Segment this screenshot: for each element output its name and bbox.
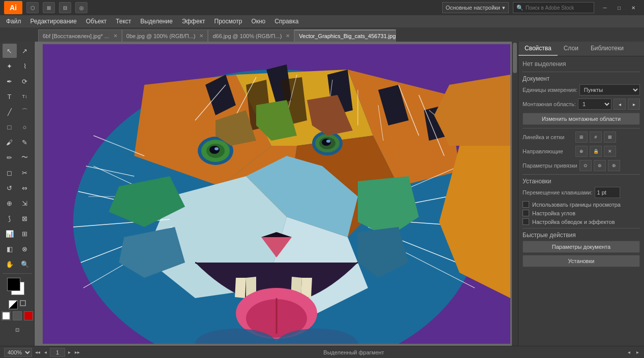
artwork-canvas[interactable] bbox=[43, 44, 510, 344]
tool-paintbrush[interactable]: 🖌 bbox=[3, 135, 17, 149]
tool-hand[interactable]: ✋ bbox=[3, 257, 17, 271]
workspace-selector[interactable]: Основные настройки ▾ bbox=[442, 2, 509, 13]
use-print-bounds-checkbox[interactable] bbox=[523, 201, 529, 208]
panel-tab-layers[interactable]: Слои bbox=[558, 42, 585, 56]
artboard-row: Монтажная область: 1 ◂ ▸ bbox=[523, 99, 640, 110]
foreground-swatch[interactable] bbox=[7, 278, 20, 291]
tool-mesh[interactable]: ⊞ bbox=[18, 226, 32, 241]
menu-help[interactable]: Справка bbox=[270, 17, 302, 26]
swap-colors-icon[interactable] bbox=[9, 300, 18, 309]
tool-text[interactable]: T bbox=[3, 89, 17, 104]
tab-0[interactable]: 6bf [Восстановлен].jpg* ... ✕ bbox=[38, 29, 122, 42]
artboard-next-button[interactable]: ▸ bbox=[628, 99, 640, 110]
snap-grid-btn[interactable]: ⊚ bbox=[594, 160, 606, 171]
none-color-icon[interactable] bbox=[20, 300, 26, 306]
fill-icon[interactable] bbox=[2, 311, 11, 320]
grid-icon-btn[interactable]: # bbox=[590, 132, 602, 143]
prev-btn[interactable]: ◂ bbox=[43, 349, 48, 355]
artboard-prev-button[interactable]: ◂ bbox=[614, 99, 626, 110]
tool-scissors[interactable]: ✂ bbox=[18, 166, 32, 180]
lock-guides-btn[interactable]: 🔒 bbox=[590, 146, 602, 157]
minimize-button[interactable]: ─ bbox=[598, 2, 611, 13]
clear-guides-btn[interactable]: ✕ bbox=[604, 146, 616, 157]
next-page-btn[interactable]: ▸▸ bbox=[74, 349, 81, 355]
tab-close-1[interactable]: ✕ bbox=[199, 33, 203, 39]
tool-pen[interactable]: ✒ bbox=[3, 74, 17, 88]
tab-1[interactable]: 0be.jpg @ 100% (RGB/П...) ✕ bbox=[122, 29, 208, 42]
vertical-scrollbar[interactable] bbox=[512, 42, 518, 346]
none-icon[interactable] bbox=[24, 311, 33, 320]
tool-touch-type[interactable]: T↕ bbox=[18, 89, 32, 104]
tool-width[interactable]: ⊠ bbox=[18, 211, 32, 225]
bridge-icon[interactable]: ◎ bbox=[75, 2, 87, 13]
tool-zoom[interactable]: 🔍 bbox=[18, 257, 32, 271]
tab-3[interactable]: Vector_Graphics_Big_cats_456731.jpg @ 40… bbox=[294, 29, 396, 42]
tool-graph[interactable]: 📊 bbox=[3, 226, 17, 241]
tool-ellipse[interactable]: ○ bbox=[18, 120, 32, 134]
tool-smooth[interactable]: 〜 bbox=[18, 150, 32, 165]
tool-rotate[interactable]: ↺ bbox=[3, 181, 17, 195]
corner-widget-checkbox[interactable] bbox=[523, 210, 529, 216]
maximize-button[interactable]: □ bbox=[612, 2, 626, 13]
vertical-scroll-thumb[interactable] bbox=[513, 43, 517, 73]
tab-close-2[interactable]: ✕ bbox=[286, 33, 290, 39]
next-btn[interactable]: ▸ bbox=[67, 349, 72, 355]
change-screen-mode[interactable]: ⊡ bbox=[10, 322, 24, 337]
svg-point-21 bbox=[214, 147, 219, 150]
doc-settings-button[interactable]: Параметры документа bbox=[523, 241, 640, 253]
tool-reshape[interactable]: ⇲ bbox=[18, 196, 32, 210]
gradient-icon[interactable] bbox=[13, 311, 22, 320]
tool-line[interactable]: ╱ bbox=[3, 105, 17, 119]
page-input[interactable] bbox=[50, 348, 65, 357]
tool-direct-select[interactable]: ↗ bbox=[18, 44, 32, 58]
search-box[interactable]: 🔍 Поиск в Adobe Stock bbox=[513, 2, 594, 13]
snap-pixel-btn[interactable]: ⊛ bbox=[608, 160, 620, 171]
tool-reflect[interactable]: ⇔ bbox=[18, 181, 32, 195]
tool-lasso[interactable]: ⌇ bbox=[18, 59, 32, 73]
canvas-area[interactable] bbox=[35, 42, 518, 346]
arrange-icon[interactable]: ⊞ bbox=[43, 2, 55, 13]
pixel-grid-icon-btn[interactable]: ⊠ bbox=[604, 132, 616, 143]
menu-window[interactable]: Окно bbox=[247, 17, 269, 26]
status-prev-btn[interactable]: ◂ bbox=[627, 349, 631, 355]
close-button[interactable]: ✕ bbox=[627, 2, 640, 13]
status-next-btn[interactable]: ▸ bbox=[635, 349, 640, 355]
tool-warp[interactable]: ⟆ bbox=[3, 211, 17, 225]
snap-point-btn[interactable]: ⊙ bbox=[579, 160, 592, 171]
tool-select[interactable]: ↖ bbox=[3, 44, 17, 58]
show-guides-btn[interactable]: ⊕ bbox=[575, 146, 588, 157]
menu-view[interactable]: Просмотр bbox=[210, 17, 247, 26]
tool-eraser[interactable]: ◻ bbox=[3, 166, 17, 180]
panel-tab-libraries[interactable]: Библиотеки bbox=[585, 42, 630, 56]
menu-edit[interactable]: Редактирование bbox=[26, 17, 81, 26]
zoom-select[interactable]: 400% bbox=[4, 348, 32, 357]
tool-blob[interactable]: ✎ bbox=[18, 135, 32, 149]
arrange2-icon[interactable]: ⊟ bbox=[59, 2, 71, 13]
tool-scale[interactable]: ⊕ bbox=[3, 196, 17, 210]
tool-eyedropper[interactable]: ⊗ bbox=[18, 242, 32, 256]
prev-page-btn[interactable]: ◂◂ bbox=[34, 349, 41, 355]
preferences-button[interactable]: Установки bbox=[523, 255, 640, 267]
tool-curvature[interactable]: ⟳ bbox=[18, 74, 32, 88]
stroke-effects-checkbox[interactable] bbox=[523, 218, 529, 225]
tab-close-0[interactable]: ✕ bbox=[113, 33, 117, 39]
tool-pencil[interactable]: ✏ bbox=[3, 150, 17, 165]
keyboard-move-input[interactable] bbox=[595, 187, 620, 198]
menu-select[interactable]: Выделение bbox=[136, 17, 177, 26]
menu-object[interactable]: Объект bbox=[82, 17, 111, 26]
change-artboard-button[interactable]: Изменить монтажные области bbox=[523, 113, 640, 125]
menu-text[interactable]: Текст bbox=[112, 17, 135, 26]
panel-tab-properties[interactable]: Свойства bbox=[518, 42, 558, 56]
menu-effect[interactable]: Эффект bbox=[178, 17, 209, 26]
artboard-select[interactable]: 1 bbox=[578, 99, 611, 110]
tab-2[interactable]: d66.jpg @ 100% (RGB/П...) ✕ bbox=[208, 29, 294, 42]
units-select[interactable]: Пункты bbox=[579, 84, 640, 95]
rulers-icon-btn[interactable]: ⊞ bbox=[575, 132, 588, 143]
tool-magic-wand[interactable]: ✦ bbox=[3, 59, 17, 73]
tool-gradient[interactable]: ◧ bbox=[3, 242, 17, 256]
menu-file[interactable]: Файл bbox=[2, 17, 25, 26]
color-swatches[interactable] bbox=[5, 277, 29, 297]
tool-rect[interactable]: □ bbox=[3, 120, 17, 134]
tool-arc[interactable]: ⌒ bbox=[18, 105, 32, 119]
new-doc-icon[interactable]: ⬡ bbox=[26, 2, 39, 13]
